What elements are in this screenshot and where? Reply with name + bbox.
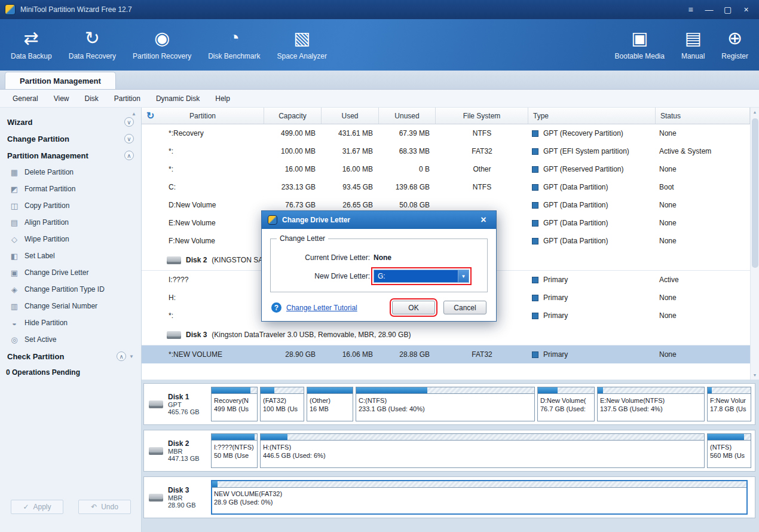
usage-bar	[708, 434, 751, 441]
sidebar-scroll-up-icon[interactable]: ▲	[131, 111, 136, 117]
diskmap-partition[interactable]: E:New Volume(NTFS) 137.5 GB (Used: 4%)	[597, 387, 705, 421]
chevron-up-circle-icon[interactable]: ∧	[124, 151, 134, 160]
diskmap-partition[interactable]: F:New Volur 17.8 GB (Us	[707, 387, 751, 421]
usage-bar	[212, 481, 746, 488]
toolbar-data-backup[interactable]: ⇄ Data Backup	[2, 19, 60, 71]
diskmap-partition[interactable]: (FAT32) 100 MB (Us	[260, 387, 304, 421]
bootable-media-icon: ▣	[631, 24, 648, 51]
column-header-partition[interactable]: ↻ Partition	[142, 108, 264, 124]
dropdown-selected-value: G:	[374, 270, 458, 282]
menu-item-dynamic-disk[interactable]: Dynamic Disk	[148, 91, 207, 106]
diskmap-partition[interactable]: (Other) 16 MB	[307, 387, 353, 421]
table-row-selected[interactable]: *:NEW VOLUME 28.90 GB 16.06 MB 28.88 GB …	[142, 346, 759, 363]
diskmap-partition[interactable]: C:(NTFS) 233.1 GB (Used: 40%)	[356, 387, 535, 421]
usage-bar	[261, 387, 304, 394]
menu-item-view[interactable]: View	[46, 91, 77, 106]
disk-map-row-disk2: Disk 2 MBR 447.13 GB I:????(NTFS) 50 MB …	[143, 430, 755, 472]
help-icon[interactable]: ?	[271, 302, 281, 313]
undo-button[interactable]: ↶ Undo	[78, 500, 131, 514]
tab-partition-management[interactable]: Partition Management	[5, 72, 116, 89]
apply-button[interactable]: ✓ Apply	[11, 500, 63, 514]
apply-check-icon: ✓	[23, 503, 29, 511]
dropdown-arrow-icon[interactable]: ▼	[458, 270, 469, 282]
sidebar-scroll-down-icon[interactable]: ▼	[129, 354, 134, 359]
sidebar-item-set-active[interactable]: ◎ Set Active	[0, 331, 141, 348]
vertical-scrollbar[interactable]: ▲ ▼	[750, 108, 759, 380]
column-header-type[interactable]: Type	[528, 108, 656, 124]
sidebar-item-change-serial-number[interactable]: ▥ Change Serial Number	[0, 298, 141, 314]
window-title: MiniTool Partition Wizard Free 12.7	[20, 5, 132, 14]
sidebar-item-wipe-partition[interactable]: ◇ Wipe Partition	[0, 231, 141, 247]
sidebar-item-hide-partition[interactable]: ◒ Hide Partition	[0, 314, 141, 331]
data-recovery-icon: ↻	[85, 24, 100, 51]
sidebar-item-change-drive-letter[interactable]: ▣ Change Drive Letter	[0, 264, 141, 281]
partition-type-icon	[532, 220, 538, 227]
sidebar-item-format-partition[interactable]: ◩ Format Partition	[0, 181, 141, 197]
change-drive-letter-icon: ▣	[10, 268, 19, 277]
column-header-capacity[interactable]: Capacity	[264, 108, 322, 124]
column-header-used[interactable]: Used	[322, 108, 379, 124]
chevron-down-circle-icon[interactable]: ∨	[124, 134, 134, 143]
column-header-status[interactable]: Status	[656, 108, 750, 124]
align-partition-icon: ▤	[10, 218, 19, 227]
sidebar-section-partition-management[interactable]: Partition Management ∧	[0, 147, 141, 164]
toolbar-manual[interactable]: ▤ Manual	[673, 19, 713, 71]
current-drive-letter-label: Current Drive Letter:	[274, 253, 370, 262]
change-letter-tutorial-link[interactable]: Change Letter Tutorial	[286, 304, 357, 312]
menu-item-help[interactable]: Help	[207, 91, 238, 106]
chevron-up-circle-icon[interactable]: ∧	[117, 351, 126, 361]
sidebar-item-set-label[interactable]: ◧ Set Label	[0, 247, 141, 264]
toolbar-data-recovery[interactable]: ↻ Data Recovery	[60, 19, 124, 71]
diskmap-partition[interactable]: (NTFS) 560 MB (Us	[707, 433, 751, 468]
disk-header-row-disk3[interactable]: Disk 3 (Kingston DataTraveler 3.0 USB, R…	[142, 325, 759, 346]
disk-info[interactable]: Disk 3 MBR 28.90 GB	[144, 477, 209, 518]
chevron-down-circle-icon[interactable]: ∨	[124, 117, 134, 127]
disk-name: Disk 2	[186, 256, 207, 264]
toolbar-partition-recovery[interactable]: ◉ Partition Recovery	[124, 19, 200, 71]
table-row[interactable]: *: 100.00 MB 31.67 MB 68.33 MB FAT32 GPT…	[142, 142, 759, 160]
scroll-down-arrow-icon[interactable]: ▼	[751, 371, 759, 380]
sidebar-item-delete-partition[interactable]: ▦ Delete Partition	[0, 164, 141, 181]
toolbar-bootable-media[interactable]: ▣ Bootable Media	[607, 19, 673, 71]
maximize-button[interactable]: ▢	[720, 2, 736, 17]
menu-item-disk[interactable]: Disk	[77, 91, 106, 106]
hide-partition-icon: ◒	[10, 319, 19, 328]
diskmap-partition[interactable]: I:????(NTFS) 50 MB (Use	[211, 433, 258, 468]
sidebar-section-change-partition[interactable]: Change Partition ∨	[0, 130, 141, 147]
sidebar-item-copy-partition[interactable]: ◫ Copy Partition	[0, 197, 141, 214]
new-drive-letter-dropdown[interactable]: G: ▼	[374, 270, 469, 283]
table-row[interactable]: C: 233.13 GB 93.45 GB 139.68 GB NTFS GPT…	[142, 178, 759, 196]
sidebar-section-check-partition[interactable]: Check Partition ∧ ▼	[0, 348, 141, 365]
scrollbar-thumb[interactable]	[752, 118, 758, 268]
sidebar-item-change-partition-type-id[interactable]: ◈ Change Partition Type ID	[0, 281, 141, 298]
dialog-close-icon[interactable]: ×	[477, 215, 490, 225]
toolbar-space-analyzer[interactable]: ▧ Space Analyzer	[269, 19, 335, 71]
table-row[interactable]: *: 16.00 MB 16.00 MB 0 B Other GPT (Rese…	[142, 160, 759, 178]
column-header-unused[interactable]: Unused	[379, 108, 436, 124]
menu-item-partition[interactable]: Partition	[106, 91, 148, 106]
table-row[interactable]: *:Recovery 499.00 MB 431.61 MB 67.39 MB …	[142, 124, 759, 142]
sidebar-section-wizard[interactable]: Wizard ∨	[0, 114, 141, 130]
diskmap-partition[interactable]: H:(NTFS) 446.5 GB (Used: 6%)	[260, 433, 705, 468]
hamburger-menu-icon[interactable]: ≡	[683, 2, 699, 17]
diskmap-partition[interactable]: Recovery(N 499 MB (Us	[211, 387, 258, 421]
minimize-button[interactable]: —	[701, 2, 717, 17]
usage-bar	[598, 387, 704, 394]
disk-info[interactable]: Disk 2 MBR 447.13 GB	[144, 430, 209, 471]
ok-button[interactable]: OK	[392, 301, 435, 314]
cancel-button[interactable]: Cancel	[443, 301, 486, 314]
toolbar-register[interactable]: ⊕ Register	[713, 19, 757, 71]
usage-bar	[261, 434, 704, 441]
menu-item-general[interactable]: General	[5, 91, 46, 106]
disk-info[interactable]: Disk 1 GPT 465.76 GB	[144, 384, 209, 424]
diskmap-partition-selected[interactable]: NEW VOLUME(FAT32) 28.9 GB (Used: 0%)	[211, 480, 748, 515]
scroll-up-arrow-icon[interactable]: ▲	[751, 108, 759, 117]
diskmap-partition[interactable]: D:New Volume( 76.7 GB (Used:	[537, 387, 595, 421]
sidebar-item-align-partition[interactable]: ▤ Align Partition	[0, 214, 141, 231]
toolbar-disk-benchmark[interactable]: ◔ Disk Benchmark	[200, 19, 268, 71]
refresh-icon[interactable]: ↻	[146, 110, 154, 121]
dialog-titlebar[interactable]: Change Drive Letter ×	[262, 211, 496, 229]
close-button[interactable]: ×	[738, 2, 754, 17]
column-header-file-system[interactable]: File System	[436, 108, 528, 124]
partition-type-icon	[532, 202, 538, 209]
